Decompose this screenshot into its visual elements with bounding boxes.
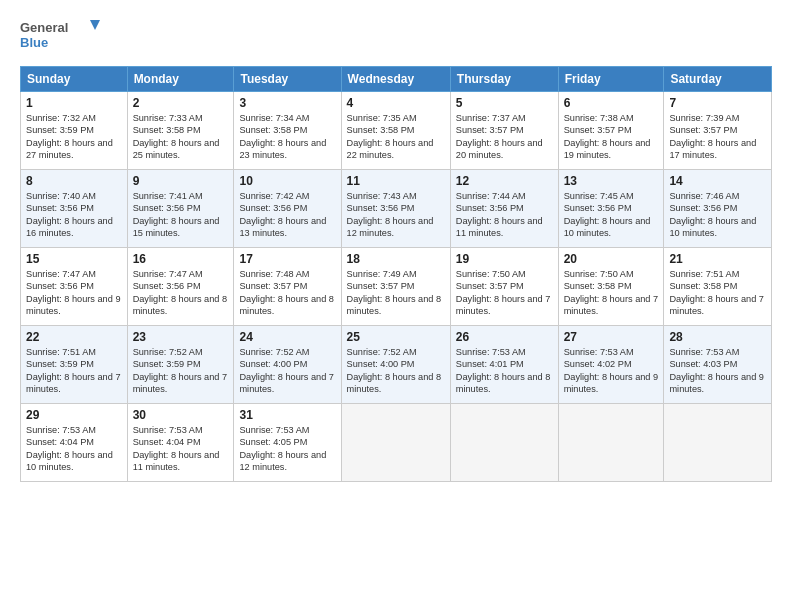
daylight-label: Daylight: 8 hours and 7 minutes. — [564, 294, 659, 316]
daylight-label: Daylight: 8 hours and 8 minutes. — [347, 372, 442, 394]
sunset-label: Sunset: 3:57 PM — [456, 125, 524, 135]
calendar-cell: 7 Sunrise: 7:39 AM Sunset: 3:57 PM Dayli… — [664, 92, 772, 170]
cell-content: Sunrise: 7:46 AM Sunset: 3:56 PM Dayligh… — [669, 190, 766, 240]
day-number: 31 — [239, 408, 335, 422]
day-number: 18 — [347, 252, 445, 266]
day-number: 1 — [26, 96, 122, 110]
sunrise-label: Sunrise: 7:47 AM — [133, 269, 203, 279]
sunrise-label: Sunrise: 7:53 AM — [456, 347, 526, 357]
calendar-cell: 16 Sunrise: 7:47 AM Sunset: 3:56 PM Dayl… — [127, 248, 234, 326]
daylight-label: Daylight: 8 hours and 7 minutes. — [133, 372, 228, 394]
sunrise-label: Sunrise: 7:41 AM — [133, 191, 203, 201]
calendar-cell: 21 Sunrise: 7:51 AM Sunset: 3:58 PM Dayl… — [664, 248, 772, 326]
daylight-label: Daylight: 8 hours and 9 minutes. — [564, 372, 659, 394]
sunset-label: Sunset: 4:04 PM — [26, 437, 94, 447]
day-number: 4 — [347, 96, 445, 110]
sunrise-label: Sunrise: 7:46 AM — [669, 191, 739, 201]
sunrise-label: Sunrise: 7:53 AM — [239, 425, 309, 435]
cell-content: Sunrise: 7:49 AM Sunset: 3:57 PM Dayligh… — [347, 268, 445, 318]
sunrise-label: Sunrise: 7:53 AM — [564, 347, 634, 357]
sunrise-label: Sunrise: 7:53 AM — [669, 347, 739, 357]
calendar-cell: 28 Sunrise: 7:53 AM Sunset: 4:03 PM Dayl… — [664, 326, 772, 404]
sunrise-label: Sunrise: 7:43 AM — [347, 191, 417, 201]
sunrise-label: Sunrise: 7:50 AM — [456, 269, 526, 279]
cell-content: Sunrise: 7:53 AM Sunset: 4:03 PM Dayligh… — [669, 346, 766, 396]
daylight-label: Daylight: 8 hours and 10 minutes. — [26, 450, 113, 472]
svg-text:Blue: Blue — [20, 35, 48, 50]
day-number: 27 — [564, 330, 659, 344]
day-number: 12 — [456, 174, 553, 188]
sunset-label: Sunset: 3:56 PM — [456, 203, 524, 213]
sunrise-label: Sunrise: 7:53 AM — [133, 425, 203, 435]
cell-content: Sunrise: 7:43 AM Sunset: 3:56 PM Dayligh… — [347, 190, 445, 240]
sunrise-label: Sunrise: 7:52 AM — [239, 347, 309, 357]
cell-content: Sunrise: 7:38 AM Sunset: 3:57 PM Dayligh… — [564, 112, 659, 162]
sunrise-label: Sunrise: 7:45 AM — [564, 191, 634, 201]
sunrise-label: Sunrise: 7:44 AM — [456, 191, 526, 201]
sunset-label: Sunset: 3:56 PM — [564, 203, 632, 213]
sunrise-label: Sunrise: 7:42 AM — [239, 191, 309, 201]
day-number: 5 — [456, 96, 553, 110]
cell-content: Sunrise: 7:32 AM Sunset: 3:59 PM Dayligh… — [26, 112, 122, 162]
cell-content: Sunrise: 7:48 AM Sunset: 3:57 PM Dayligh… — [239, 268, 335, 318]
day-number: 17 — [239, 252, 335, 266]
calendar-cell: 25 Sunrise: 7:52 AM Sunset: 4:00 PM Dayl… — [341, 326, 450, 404]
daylight-label: Daylight: 8 hours and 13 minutes. — [239, 216, 326, 238]
sunrise-label: Sunrise: 7:32 AM — [26, 113, 96, 123]
sunrise-label: Sunrise: 7:39 AM — [669, 113, 739, 123]
calendar-header-row: Sunday Monday Tuesday Wednesday Thursday… — [21, 67, 772, 92]
cell-content: Sunrise: 7:44 AM Sunset: 3:56 PM Dayligh… — [456, 190, 553, 240]
cell-content: Sunrise: 7:34 AM Sunset: 3:58 PM Dayligh… — [239, 112, 335, 162]
sunset-label: Sunset: 4:00 PM — [239, 359, 307, 369]
calendar-week-3: 15 Sunrise: 7:47 AM Sunset: 3:56 PM Dayl… — [21, 248, 772, 326]
daylight-label: Daylight: 8 hours and 8 minutes. — [347, 294, 442, 316]
calendar-cell: 11 Sunrise: 7:43 AM Sunset: 3:56 PM Dayl… — [341, 170, 450, 248]
sunrise-label: Sunrise: 7:49 AM — [347, 269, 417, 279]
cell-content: Sunrise: 7:37 AM Sunset: 3:57 PM Dayligh… — [456, 112, 553, 162]
sunrise-label: Sunrise: 7:34 AM — [239, 113, 309, 123]
day-number: 23 — [133, 330, 229, 344]
sunset-label: Sunset: 3:58 PM — [133, 125, 201, 135]
calendar-cell: 30 Sunrise: 7:53 AM Sunset: 4:04 PM Dayl… — [127, 404, 234, 482]
calendar-cell: 22 Sunrise: 7:51 AM Sunset: 3:59 PM Dayl… — [21, 326, 128, 404]
sunset-label: Sunset: 3:57 PM — [239, 281, 307, 291]
cell-content: Sunrise: 7:51 AM Sunset: 3:59 PM Dayligh… — [26, 346, 122, 396]
daylight-label: Daylight: 8 hours and 11 minutes. — [133, 450, 220, 472]
cell-content: Sunrise: 7:47 AM Sunset: 3:56 PM Dayligh… — [133, 268, 229, 318]
cell-content: Sunrise: 7:50 AM Sunset: 3:57 PM Dayligh… — [456, 268, 553, 318]
calendar-cell — [341, 404, 450, 482]
daylight-label: Daylight: 8 hours and 7 minutes. — [239, 372, 334, 394]
sunset-label: Sunset: 3:57 PM — [564, 125, 632, 135]
sunrise-label: Sunrise: 7:37 AM — [456, 113, 526, 123]
daylight-label: Daylight: 8 hours and 7 minutes. — [669, 294, 764, 316]
sunset-label: Sunset: 4:04 PM — [133, 437, 201, 447]
daylight-label: Daylight: 8 hours and 25 minutes. — [133, 138, 220, 160]
daylight-label: Daylight: 8 hours and 7 minutes. — [26, 372, 121, 394]
sunset-label: Sunset: 3:58 PM — [347, 125, 415, 135]
daylight-label: Daylight: 8 hours and 10 minutes. — [564, 216, 651, 238]
cell-content: Sunrise: 7:53 AM Sunset: 4:04 PM Dayligh… — [133, 424, 229, 474]
day-number: 6 — [564, 96, 659, 110]
sunrise-label: Sunrise: 7:52 AM — [133, 347, 203, 357]
daylight-label: Daylight: 8 hours and 9 minutes. — [26, 294, 121, 316]
day-number: 20 — [564, 252, 659, 266]
svg-text:General: General — [20, 20, 68, 35]
cell-content: Sunrise: 7:53 AM Sunset: 4:02 PM Dayligh… — [564, 346, 659, 396]
col-tuesday: Tuesday — [234, 67, 341, 92]
cell-content: Sunrise: 7:50 AM Sunset: 3:58 PM Dayligh… — [564, 268, 659, 318]
calendar-week-2: 8 Sunrise: 7:40 AM Sunset: 3:56 PM Dayli… — [21, 170, 772, 248]
sunrise-label: Sunrise: 7:51 AM — [669, 269, 739, 279]
calendar-cell: 17 Sunrise: 7:48 AM Sunset: 3:57 PM Dayl… — [234, 248, 341, 326]
cell-content: Sunrise: 7:33 AM Sunset: 3:58 PM Dayligh… — [133, 112, 229, 162]
cell-content: Sunrise: 7:35 AM Sunset: 3:58 PM Dayligh… — [347, 112, 445, 162]
sunset-label: Sunset: 3:56 PM — [239, 203, 307, 213]
col-thursday: Thursday — [450, 67, 558, 92]
daylight-label: Daylight: 8 hours and 8 minutes. — [239, 294, 334, 316]
cell-content: Sunrise: 7:40 AM Sunset: 3:56 PM Dayligh… — [26, 190, 122, 240]
sunset-label: Sunset: 4:03 PM — [669, 359, 737, 369]
sunset-label: Sunset: 3:56 PM — [26, 203, 94, 213]
daylight-label: Daylight: 8 hours and 11 minutes. — [456, 216, 543, 238]
daylight-label: Daylight: 8 hours and 10 minutes. — [669, 216, 756, 238]
day-number: 7 — [669, 96, 766, 110]
cell-content: Sunrise: 7:53 AM Sunset: 4:04 PM Dayligh… — [26, 424, 122, 474]
